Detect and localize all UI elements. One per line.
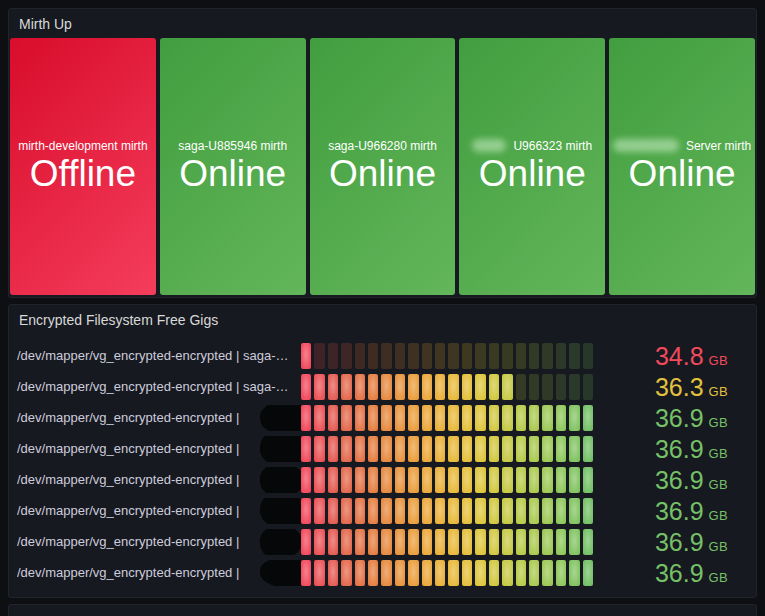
gauge-cell-unlit (569, 343, 579, 369)
gauge-cell-lit (328, 560, 338, 586)
free-space-value: 36.9GB (593, 498, 728, 524)
gauge-cell-lit (556, 498, 566, 524)
gauge-cell-unlit (314, 343, 324, 369)
filesystem-label-text: /dev/mapper/vg_encrypted-encrypted | sag… (17, 379, 288, 394)
gauge-cell-unlit (341, 343, 351, 369)
gauge-cell-lit (408, 560, 418, 586)
gauge-cell-lit (301, 436, 311, 462)
gauge-cell-lit (475, 529, 485, 555)
gauge-cell-unlit (516, 343, 526, 369)
gauge-cell-lit (516, 529, 526, 555)
gauge-cell-lit (355, 560, 365, 586)
stat-tile-value: Offline (30, 154, 136, 195)
gauge-cell-lit (301, 498, 311, 524)
gauge-cell-lit (542, 405, 552, 431)
free-space-unit: GB (709, 353, 728, 368)
gauge-cell-unlit (516, 374, 526, 400)
gauge-cell-lit (381, 436, 391, 462)
gauge-cell-lit (583, 436, 593, 462)
gauge-cell-lit (489, 374, 499, 400)
free-space-unit: GB (709, 384, 728, 399)
gauge-cell-lit (502, 374, 512, 400)
gauge-cell-lit (328, 436, 338, 462)
bar-gauge-row: /dev/mapper/vg_encrypted-encrypted | 36.… (17, 560, 728, 586)
redacted-hostname (259, 436, 301, 462)
free-space-value: 36.9GB (593, 405, 728, 431)
gauge-cell-lit (341, 560, 351, 586)
free-space-value: 34.8GB (593, 343, 728, 369)
gauge-cell-lit (395, 374, 405, 400)
panel-title-encrypted-filesystem[interactable]: Encrypted Filesystem Free Gigs (9, 305, 756, 332)
gauge-cell-lit (516, 498, 526, 524)
gauge-cell-lit (475, 405, 485, 431)
gauge-cell-unlit (583, 343, 593, 369)
free-space-unit: GB (709, 570, 728, 585)
gauge-cell-lit (422, 529, 432, 555)
gauge-cell-unlit (502, 343, 512, 369)
gauge-cell-lit (355, 405, 365, 431)
stat-tile-u966323-mirth: U966323 mirthOnline (459, 38, 605, 295)
free-space-value: 36.9GB (593, 560, 728, 586)
bar-gauge-row: /dev/mapper/vg_encrypted-encrypted | 36.… (17, 529, 728, 555)
lcd-bar-gauge (301, 529, 593, 555)
free-space-value: 36.9GB (593, 467, 728, 493)
free-space-unit: GB (709, 415, 728, 430)
gauge-cell-lit (314, 529, 324, 555)
gauge-cell-unlit (328, 343, 338, 369)
redacted-hostname (258, 529, 301, 555)
gauge-cell-unlit (529, 374, 539, 400)
gauge-cell-lit (502, 405, 512, 431)
gauge-cell-lit (435, 436, 445, 462)
gauge-cell-unlit (583, 374, 593, 400)
gauge-cell-lit (516, 405, 526, 431)
gauge-cell-lit (462, 498, 472, 524)
gauge-cell-lit (529, 436, 539, 462)
lcd-bar-gauge (301, 374, 593, 400)
gauge-cell-lit (529, 529, 539, 555)
next-panel-stub (8, 604, 757, 616)
panel-title-mirth-up[interactable]: Mirth Up (9, 9, 756, 36)
gauge-cell-lit (341, 374, 351, 400)
gauge-cell-unlit (355, 343, 365, 369)
filesystem-label-text: /dev/mapper/vg_encrypted-encrypted | (17, 472, 239, 487)
filesystem-label: /dev/mapper/vg_encrypted-encrypted | (17, 405, 301, 431)
gauge-cell-lit (448, 374, 458, 400)
bar-gauge-row: /dev/mapper/vg_encrypted-encrypted | 36.… (17, 436, 728, 462)
gauge-cell-unlit (529, 343, 539, 369)
gauge-cell-lit (381, 374, 391, 400)
stat-tile-server-mirth: Server mirthOnline (609, 38, 755, 295)
gauge-cell-lit (422, 374, 432, 400)
gauge-cell-lit (314, 374, 324, 400)
gauge-cell-lit (462, 374, 472, 400)
gauge-cell-lit (502, 498, 512, 524)
gauge-cell-lit (395, 529, 405, 555)
stat-tile-value: Online (329, 154, 436, 195)
free-space-value: 36.3GB (593, 374, 728, 400)
lcd-bar-gauge (301, 405, 593, 431)
filesystem-label: /dev/mapper/vg_encrypted-encrypted | (17, 560, 301, 586)
gauge-cell-lit (314, 560, 324, 586)
gauge-cell-lit (341, 529, 351, 555)
stat-tile-label-text: Server mirth (686, 139, 751, 153)
gauge-cell-lit (395, 467, 405, 493)
gauge-cell-lit (556, 560, 566, 586)
lcd-bar-gauge (301, 467, 593, 493)
gauge-cell-lit (583, 467, 593, 493)
stat-tile-mirth-development-mirth: mirth-development mirthOffline (10, 38, 156, 295)
bar-gauge-row: /dev/mapper/vg_encrypted-encrypted | 36.… (17, 405, 728, 431)
gauge-cell-lit (556, 405, 566, 431)
panel-encrypted-filesystem: Encrypted Filesystem Free Gigs /dev/mapp… (8, 304, 757, 598)
stat-tile-label-text: U966323 mirth (513, 139, 592, 153)
gauge-cell-lit (489, 405, 499, 431)
gauge-cell-lit (448, 467, 458, 493)
redacted-hostname (258, 498, 301, 524)
gauge-cell-lit (502, 529, 512, 555)
stat-tile-label: saga-U966280 mirth (328, 139, 437, 153)
gauge-cell-lit (569, 498, 579, 524)
free-space-number: 36.3 (655, 374, 704, 400)
lcd-bar-gauge (301, 343, 593, 369)
filesystem-label-text: /dev/mapper/vg_encrypted-encrypted | (17, 410, 239, 425)
gauge-cell-lit (368, 405, 378, 431)
gauge-cell-lit (328, 374, 338, 400)
gauge-cell-lit (489, 529, 499, 555)
